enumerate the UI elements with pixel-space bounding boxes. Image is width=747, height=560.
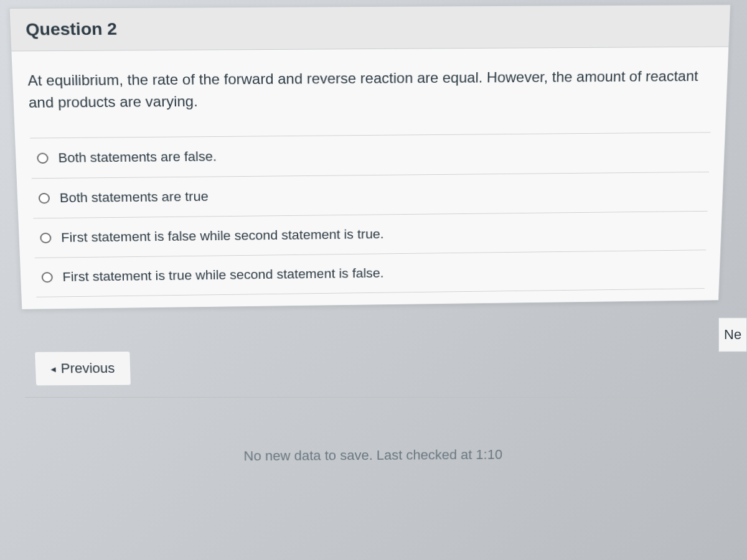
divider [25, 397, 722, 398]
radio-icon[interactable] [37, 153, 49, 164]
next-label: Ne [724, 327, 741, 342]
option-row-1[interactable]: Both statements are true [32, 172, 709, 219]
question-body: At equilibrium, the rate of the forward … [11, 47, 728, 309]
radio-icon[interactable] [39, 193, 50, 203]
question-title: Question 2 [26, 16, 715, 40]
option-row-3[interactable]: First statement is true while second sta… [35, 250, 706, 297]
previous-button[interactable]: ◂ Previous [34, 351, 131, 386]
radio-icon[interactable] [40, 233, 51, 243]
radio-icon[interactable] [42, 272, 53, 282]
nav-section: ◂ Previous [34, 348, 731, 386]
option-label: First statement is false while second st… [61, 226, 384, 245]
chevron-left-icon: ◂ [50, 363, 56, 375]
save-status: No new data to save. Last checked at 1:1… [0, 446, 743, 466]
option-label: Both statements are false. [58, 149, 217, 166]
question-container: Question 2 At equilibrium, the rate of t… [9, 4, 730, 310]
question-header: Question 2 [10, 5, 730, 51]
option-row-0[interactable]: Both statements are false. [30, 133, 710, 179]
next-button[interactable]: Ne [718, 317, 747, 352]
option-label: Both statements are true [59, 189, 208, 206]
question-text: At equilibrium, the rate of the forward … [27, 65, 713, 114]
options-list: Both statements are false. Both statemen… [30, 132, 710, 297]
option-label: First statement is true while second sta… [62, 266, 384, 285]
previous-label: Previous [60, 360, 115, 376]
